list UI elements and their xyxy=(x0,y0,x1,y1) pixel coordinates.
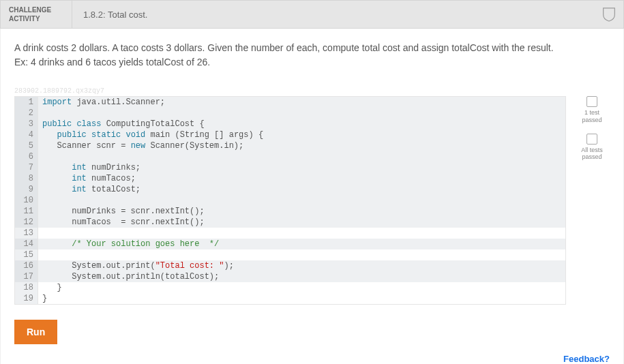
code-line[interactable]: 9 int totalCost; xyxy=(15,184,565,195)
code-line[interactable]: 5 Scanner scnr = new Scanner(System.in); xyxy=(15,140,565,151)
line-number: 14 xyxy=(15,239,38,249)
line-number: 10 xyxy=(15,195,38,206)
code-editor[interactable]: 1import java.util.Scanner;23public class… xyxy=(14,96,566,305)
line-number: 18 xyxy=(15,282,38,293)
code-line[interactable]: 16 System.out.print("Total cost: "); xyxy=(15,260,565,271)
code-text[interactable] xyxy=(38,249,565,260)
checkbox-icon xyxy=(586,96,597,107)
code-line[interactable]: 6 xyxy=(15,151,565,162)
code-text[interactable]: numDrinks = scnr.nextInt(); xyxy=(38,206,565,217)
code-text[interactable]: numTacos = scnr.nextInt(); xyxy=(38,217,565,228)
code-text[interactable] xyxy=(38,195,565,206)
line-number: 7 xyxy=(15,162,38,173)
editor-row: 1import java.util.Scanner;23public class… xyxy=(14,96,610,305)
line-number: 8 xyxy=(15,173,38,184)
code-text[interactable]: int totalCost; xyxy=(38,184,565,195)
code-text[interactable] xyxy=(38,228,565,239)
run-row: Run xyxy=(14,320,610,344)
code-text[interactable] xyxy=(38,108,565,119)
run-button[interactable]: Run xyxy=(14,320,57,344)
line-number: 13 xyxy=(15,228,38,239)
one-test-status: 1 test passed xyxy=(582,96,601,124)
code-text[interactable]: } xyxy=(38,293,565,304)
code-line[interactable]: 2 xyxy=(15,108,565,119)
code-line[interactable]: 7 int numDrinks; xyxy=(15,162,565,173)
code-line[interactable]: 13 xyxy=(15,228,565,239)
feedback-row: Feedback? xyxy=(14,354,610,364)
code-text[interactable]: int numDrinks; xyxy=(38,162,565,173)
prompt-text: A drink costs 2 dollars. A taco costs 3 … xyxy=(14,41,610,70)
code-line[interactable]: 14 /* Your solution goes here */ xyxy=(15,239,565,249)
watermark-id: 283902.1889792.qx3zqy7 xyxy=(14,87,610,95)
activity-header: CHALLENGE ACTIVITY 1.8.2: Total cost. xyxy=(0,0,624,29)
feedback-link[interactable]: Feedback? xyxy=(563,354,610,364)
line-number: 5 xyxy=(15,140,38,151)
activity-type-label: CHALLENGE ACTIVITY xyxy=(1,1,72,28)
code-line[interactable]: 15 xyxy=(15,249,565,260)
code-line[interactable]: 1import java.util.Scanner; xyxy=(15,97,565,108)
one-test-label: 1 test passed xyxy=(582,109,601,124)
code-line[interactable]: 8 int numTacos; xyxy=(15,173,565,184)
line-number: 4 xyxy=(15,130,38,140)
code-text[interactable]: public static void main (String [] args)… xyxy=(38,130,565,140)
line-number: 3 xyxy=(15,119,38,130)
line-number: 12 xyxy=(15,217,38,228)
line-number: 19 xyxy=(15,293,38,304)
line-number: 11 xyxy=(15,206,38,217)
code-text[interactable]: System.out.println(totalCost); xyxy=(38,271,565,282)
code-line[interactable]: 18 } xyxy=(15,282,565,293)
line-number: 17 xyxy=(15,271,38,282)
checkbox-icon xyxy=(586,134,597,145)
line-number: 9 xyxy=(15,184,38,195)
all-tests-label: All tests passed xyxy=(581,147,603,162)
code-text[interactable]: import java.util.Scanner; xyxy=(38,97,565,108)
prompt-line-2: Ex: 4 drinks and 6 tacos yields totalCos… xyxy=(14,55,610,70)
code-line[interactable]: 3public class ComputingTotalCost { xyxy=(15,119,565,130)
test-status-sidebar: 1 test passed All tests passed xyxy=(574,96,610,170)
code-line[interactable]: 12 numTacos = scnr.nextInt(); xyxy=(15,217,565,228)
activity-title: 1.8.2: Total cost. xyxy=(72,1,595,28)
code-text[interactable]: int numTacos; xyxy=(38,173,565,184)
code-line[interactable]: 10 xyxy=(15,195,565,206)
line-number: 6 xyxy=(15,151,38,162)
code-line[interactable]: 19} xyxy=(15,293,565,304)
code-text[interactable]: public class ComputingTotalCost { xyxy=(38,119,565,130)
code-line[interactable]: 11 numDrinks = scnr.nextInt(); xyxy=(15,206,565,217)
line-number: 15 xyxy=(15,249,38,260)
code-text[interactable]: Scanner scnr = new Scanner(System.in); xyxy=(38,140,565,151)
code-line[interactable]: 17 System.out.println(totalCost); xyxy=(15,271,565,282)
prompt-line-1: A drink costs 2 dollars. A taco costs 3 … xyxy=(14,41,610,55)
code-text[interactable] xyxy=(38,151,565,162)
activity-type-line2: ACTIVITY xyxy=(9,14,63,23)
activity-content: A drink costs 2 dollars. A taco costs 3 … xyxy=(0,29,624,364)
line-number: 1 xyxy=(15,97,38,108)
all-tests-status: All tests passed xyxy=(581,134,603,162)
code-line[interactable]: 4 public static void main (String [] arg… xyxy=(15,130,565,140)
code-text[interactable]: System.out.print("Total cost: "); xyxy=(38,260,565,271)
line-number: 16 xyxy=(15,260,38,271)
activity-type-line1: CHALLENGE xyxy=(9,5,63,14)
line-number: 2 xyxy=(15,108,38,119)
shield-icon xyxy=(595,1,623,28)
code-text[interactable]: } xyxy=(38,282,565,293)
code-text[interactable]: /* Your solution goes here */ xyxy=(38,239,565,249)
